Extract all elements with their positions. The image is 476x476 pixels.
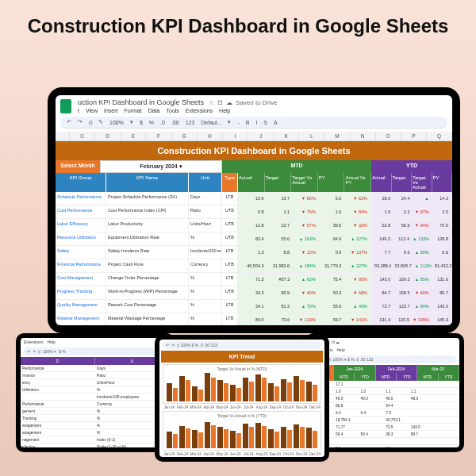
menu-item[interactable]: Help xyxy=(47,340,55,344)
table-column-labels: KPI Group KPI Name Unit Type Actual Targ… xyxy=(56,173,452,192)
redo-icon[interactable]: ↷ xyxy=(33,349,36,354)
table-row[interactable]: Financial PerformanceProject Cash FlowCu… xyxy=(56,259,452,273)
table-row[interactable]: Material ManagementMaterial Wastage Perc… xyxy=(56,313,452,325)
column-header[interactable]: Q xyxy=(427,132,452,140)
font-select[interactable]: Defaul... xyxy=(199,120,223,125)
undo-icon[interactable]: ↶ xyxy=(166,343,169,347)
table-row[interactable]: Labor EfficiencyLabor ProductivityUnits/… xyxy=(56,219,452,232)
column-header[interactable]: D xyxy=(95,132,121,140)
list-item[interactable]: encyUnits/Hour xyxy=(21,379,170,386)
zoom-select[interactable]: 100% xyxy=(108,120,125,125)
column-header[interactable]: H xyxy=(198,132,223,140)
column-header[interactable]: J xyxy=(248,132,274,140)
list-item[interactable]: rmanceRatio xyxy=(21,372,170,379)
table-row[interactable]: Quality ManagementRework Cost Percentage… xyxy=(56,300,452,313)
menu-extensions[interactable]: Extensions xyxy=(186,108,213,113)
menu-view[interactable]: View xyxy=(86,108,98,113)
column-header[interactable]: L xyxy=(299,132,324,140)
menu-item[interactable]: Extensions xyxy=(24,340,43,344)
menu-tools[interactable]: Tools xyxy=(166,108,178,113)
star-icon[interactable]: ☆ xyxy=(209,99,214,106)
strike-button[interactable]: S xyxy=(262,120,269,125)
column-header[interactable] xyxy=(56,132,70,140)
list-item[interactable]: 1.01.01.01.11.1 xyxy=(310,388,459,395)
decrease-decimal-button[interactable]: .0 xyxy=(159,120,167,125)
font-size-minus[interactable]: - xyxy=(236,120,240,125)
column-header[interactable]: O xyxy=(376,132,401,140)
redo-icon[interactable]: ↷ xyxy=(171,343,175,347)
redo-icon[interactable]: ↷ xyxy=(76,119,84,125)
mini-toolbar: ↶ ↷ ⎙ ✎ 100% ▾ $ % .0 .00 123 xyxy=(313,355,456,363)
table-row[interactable]: Resource UtilizationEquipment Utilizatio… xyxy=(56,232,452,246)
sheets-logo-icon[interactable] xyxy=(60,99,71,113)
number-format-button[interactable]: 123 xyxy=(184,120,197,125)
col-kpi-name: KPI Name xyxy=(106,173,189,192)
column-header[interactable]: E xyxy=(121,132,146,140)
sheet-banner: Construction KPI Dashboard in Google She… xyxy=(56,141,452,160)
list-item[interactable]: PerformanceCurrency xyxy=(21,401,170,408)
list-item[interactable]: 49,836.618,784.143,703.1 xyxy=(310,416,459,424)
column-header[interactable]: I xyxy=(223,132,248,140)
menu-insert[interactable]: Insert xyxy=(104,108,118,113)
table-row[interactable]: Schedule PerformanceProject Schedule Per… xyxy=(56,192,452,205)
table-row[interactable]: Progress TrackingWork-in-Progress (WIP) … xyxy=(56,286,452,300)
table-row[interactable]: Cost PerformanceCost Performance Index (… xyxy=(56,205,452,219)
increase-decimal-button[interactable]: .00 xyxy=(170,120,181,125)
chart-bar xyxy=(236,388,242,401)
percent-button[interactable]: % xyxy=(148,120,155,125)
list-item[interactable]: 3.96.46.47.5 xyxy=(310,409,459,416)
menu-item[interactable]: Help xyxy=(336,347,344,352)
list-item[interactable]: YTD17.1 xyxy=(310,381,459,388)
list-item[interactable]: 215.0 xyxy=(310,438,459,445)
menu-format[interactable]: Format xyxy=(125,108,142,113)
folder-icon[interactable]: ⊡ xyxy=(217,99,223,106)
section-headers: Select Month February 2024 ▾ MTD YTD xyxy=(56,160,452,173)
list-item[interactable]: Incidents/100 employees xyxy=(21,393,170,401)
currency-button[interactable]: $ xyxy=(138,120,144,125)
bold-button[interactable]: B xyxy=(244,120,251,125)
italic-button[interactable]: I xyxy=(254,120,259,125)
chart-bar xyxy=(287,382,293,401)
table-row[interactable]: Cost ManagementChange Order Percentage%L… xyxy=(56,273,452,286)
print-icon[interactable]: ⎙ xyxy=(87,120,94,125)
chart-bar xyxy=(306,382,312,401)
list-item[interactable]: 223.386.854.4 xyxy=(310,402,459,409)
column-header[interactable]: F xyxy=(146,132,171,140)
list-item[interactable]: PerformanceDays xyxy=(21,365,170,372)
undo-icon[interactable]: ↶ xyxy=(27,349,30,354)
list-item[interactable]: sfactionScale (1-10 or %) xyxy=(21,443,170,447)
list-item[interactable]: anagement% xyxy=(21,429,170,436)
chart-bar xyxy=(268,429,274,448)
print-icon[interactable]: ⎙ xyxy=(38,349,40,354)
month-dropdown[interactable]: February 2024 ▾ xyxy=(100,160,222,173)
list-item[interactable]: 308.071.7772.5143.0 xyxy=(310,424,459,431)
table-row[interactable]: SafetySafety Incidents RateIncidents/100… xyxy=(56,246,452,259)
list-item[interactable]: nagementIndex (0-1) xyxy=(21,436,170,443)
column-header[interactable]: M xyxy=(324,132,350,140)
column-header[interactable]: P xyxy=(401,132,427,140)
bar-group xyxy=(294,371,305,401)
list-item[interactable]: Tracking% xyxy=(21,415,170,422)
menu-edit[interactable]: t xyxy=(78,108,79,113)
column-header[interactable]: K xyxy=(274,132,299,140)
list-item[interactable]: 114.440.040.040.048.6 xyxy=(310,395,459,402)
paint-format-icon[interactable]: ✎ xyxy=(97,119,105,125)
chart-bar xyxy=(255,423,261,448)
menu-help[interactable]: Help xyxy=(219,108,230,113)
list-item[interactable]: anagement% xyxy=(21,422,170,429)
menu-data[interactable]: Data xyxy=(148,108,160,113)
list-item[interactable]: 14.18.13.1 xyxy=(310,445,459,447)
chart-bar xyxy=(198,432,204,448)
list-item[interactable]: 172.350.450.439.389.7 xyxy=(310,431,459,438)
list-item[interactable]: Utilization% xyxy=(21,386,170,393)
column-header[interactable]: G xyxy=(172,132,198,140)
column-header[interactable]: N xyxy=(351,132,376,140)
text-color-button[interactable]: A xyxy=(272,120,279,125)
list-item[interactable]: gement% xyxy=(21,408,170,415)
bar-group xyxy=(255,371,267,401)
document-title[interactable]: uction KPI Dashboard in Google Sheets xyxy=(78,98,204,106)
chart-x-labels: Jan-24Feb-24Mar-24Apr-24May-24Jun-24Jul-… xyxy=(163,405,321,409)
chart-bar xyxy=(167,432,172,448)
undo-icon[interactable]: ↶ xyxy=(65,119,73,125)
column-header[interactable]: C xyxy=(70,132,95,140)
